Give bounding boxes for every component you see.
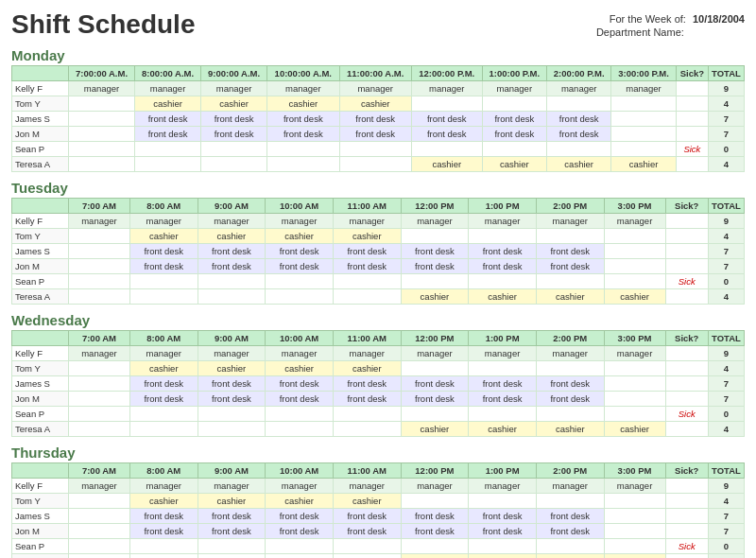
shift-cell (536, 407, 604, 422)
shift-cell: front desk (129, 509, 198, 524)
shift-cell (198, 289, 266, 305)
shift-cell (69, 422, 130, 437)
dept-value (687, 26, 745, 38)
shift-cell (69, 524, 130, 539)
shift-cell (611, 142, 676, 157)
shift-cell (69, 361, 130, 376)
shift-cell: manager (69, 214, 130, 229)
sick-cell (665, 376, 708, 392)
shift-cell: front desk (201, 112, 267, 127)
schedule-table-monday: 7:00:00 A.M.8:00:00 A.M.9:00:00 A.M.10:0… (11, 65, 745, 172)
shift-cell: front desk (198, 244, 266, 259)
table-row: James Sfront deskfront deskfront deskfro… (12, 376, 745, 392)
col-header-name (12, 331, 69, 346)
sick-cell (665, 361, 708, 376)
total-cell: 0 (709, 539, 745, 554)
col-header-hour-0: 7:00 AM (69, 199, 130, 214)
col-header-hour-8: 3:00 PM (604, 199, 665, 214)
shift-cell: front desk (411, 112, 482, 127)
shift-cell: front desk (266, 509, 334, 524)
sick-cell: Sick (665, 407, 708, 422)
shift-cell: front desk (198, 376, 266, 392)
day-name-thursday: Thursday (11, 445, 745, 461)
shift-cell: cashier (333, 494, 401, 509)
table-row: Teresa Acashiercashiercashiercashier4 (12, 289, 745, 305)
shift-cell: cashier (339, 96, 411, 112)
total-cell: 4 (709, 361, 745, 376)
sick-cell (665, 259, 708, 274)
shift-cell: manager (611, 81, 676, 96)
total-cell: 7 (709, 244, 745, 259)
shift-cell (69, 376, 130, 392)
employee-name: Kelly F (12, 214, 69, 229)
table-row: Teresa Acashiercashiercashiercashier4 (12, 157, 745, 172)
shift-cell: cashier (536, 554, 604, 559)
col-header-hour-5: 12:00 PM (401, 199, 469, 214)
shift-cell: cashier (469, 289, 537, 305)
sick-cell (665, 422, 708, 437)
shift-cell: cashier (198, 361, 266, 376)
shift-cell (604, 524, 665, 539)
shift-cell (604, 539, 665, 554)
shift-cell: cashier (201, 96, 267, 112)
sick-cell (665, 524, 708, 539)
total-cell: 7 (709, 392, 745, 407)
shift-cell: manager (69, 479, 130, 494)
shift-cell (69, 554, 130, 559)
employee-name: James S (12, 376, 69, 392)
employee-name: Jon M (12, 127, 69, 142)
col-header-hour-2: 9:00:00 A.M. (201, 66, 267, 81)
shift-cell: front desk (469, 376, 537, 392)
employee-name: Sean P (12, 539, 69, 554)
table-row: James Sfront deskfront deskfront deskfro… (12, 244, 745, 259)
table-row: Jon Mfront deskfront deskfront deskfront… (12, 127, 745, 142)
shift-cell: cashier (267, 96, 339, 112)
shift-cell: front desk (266, 392, 334, 407)
shift-cell: cashier (333, 361, 401, 376)
table-row: Kelly Fmanagermanagermanagermanagermanag… (12, 346, 745, 361)
col-header-total: TOTAL (709, 199, 745, 214)
shift-cell: front desk (401, 509, 469, 524)
employee-name: Sean P (12, 407, 69, 422)
shift-cell (198, 422, 266, 437)
sick-cell (665, 289, 708, 305)
shift-cell (401, 229, 469, 244)
col-header-hour-6: 1:00 PM (469, 199, 537, 214)
shift-cell: front desk (333, 376, 401, 392)
day-section-thursday: Thursday7:00 AM8:00 AM9:00 AM10:00 AM11:… (11, 445, 745, 558)
shift-cell (129, 539, 198, 554)
shift-cell (69, 539, 130, 554)
sick-cell (676, 81, 708, 96)
col-header-hour-6: 1:00 PM (469, 463, 537, 479)
employee-name: Tom Y (12, 96, 69, 112)
shift-cell: front desk (266, 244, 334, 259)
day-name-tuesday: Tuesday (11, 180, 745, 196)
shift-cell (469, 494, 537, 509)
week-date: 10/18/2004 (693, 13, 745, 25)
shift-cell (69, 96, 135, 112)
shift-cell: manager (266, 346, 334, 361)
shift-cell: cashier (129, 229, 198, 244)
col-header-total: TOTAL (709, 66, 745, 81)
shift-cell (266, 539, 334, 554)
shift-cell: front desk (547, 112, 611, 127)
shift-cell: cashier (604, 422, 665, 437)
shift-cell: cashier (333, 229, 401, 244)
total-cell: 4 (709, 554, 745, 559)
col-header-total: TOTAL (709, 463, 745, 479)
shift-cell (198, 554, 266, 559)
shift-cell: front desk (536, 524, 604, 539)
shift-cell (536, 539, 604, 554)
shift-cell (198, 407, 266, 422)
col-header-hour-1: 8:00:00 A.M. (135, 66, 201, 81)
shift-cell: manager (69, 81, 135, 96)
shift-cell: front desk (135, 127, 201, 142)
shift-cell: front desk (536, 376, 604, 392)
total-cell: 7 (709, 112, 745, 127)
shift-cell: cashier (469, 554, 537, 559)
table-row: Kelly Fmanagermanagermanagermanagermanag… (12, 214, 745, 229)
shift-cell: cashier (266, 361, 334, 376)
shift-cell (401, 494, 469, 509)
shift-cell: cashier (604, 554, 665, 559)
shift-cell (604, 509, 665, 524)
